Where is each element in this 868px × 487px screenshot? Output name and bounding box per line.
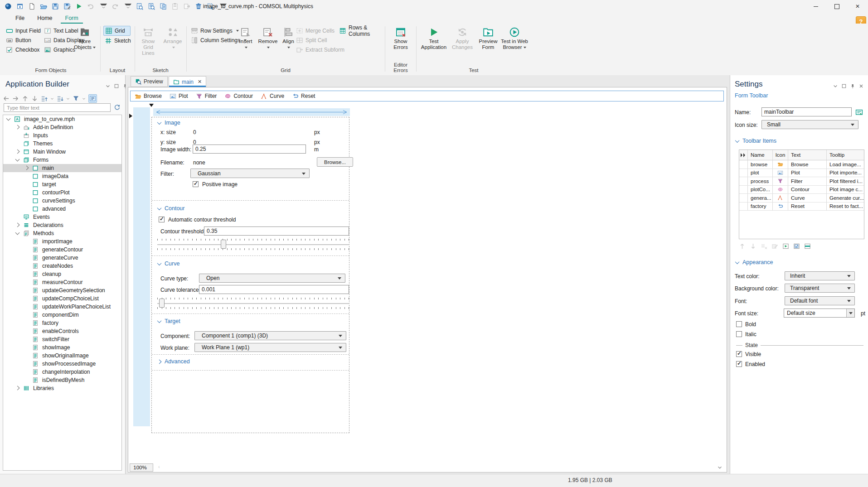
arrange-button[interactable]: Arrange [162,25,183,50]
row-handle[interactable] [739,203,748,211]
section-curve[interactable]: Curve [158,260,179,267]
show-grid-lines-button[interactable]: 1.23Show Grid Lines [137,25,160,56]
italic-checkbox[interactable] [736,331,742,337]
copy-icon[interactable] [160,3,167,10]
tree-item-curveSettings[interactable]: curveSettings [3,197,121,205]
row-handle[interactable] [739,194,748,202]
collapse-all-icon[interactable] [41,95,48,102]
row-handle[interactable] [739,169,748,177]
font-size-combo[interactable]: Default size [784,309,855,318]
row-handle[interactable] [739,186,748,194]
tree-item-measureContour[interactable]: measureContour [3,278,121,286]
tree-item-componentDim[interactable]: componentDim [3,311,121,319]
section-toolbar-items[interactable]: Toolbar Items [736,138,776,144]
item-name-cell[interactable]: browse [748,160,773,169]
item-text-cell[interactable]: Reset [788,203,827,211]
slider-thumb[interactable] [159,299,165,308]
form-toolbar-browse-button[interactable]: Browse [135,93,162,100]
tree-item-Themes[interactable]: Themes [3,140,121,148]
rows-columns-button[interactable]: Rows & Columns [338,26,383,35]
item-name-cell[interactable]: genera... [748,194,773,202]
zoom-level-dropdown[interactable]: 100% [130,463,153,472]
new-file-icon[interactable] [28,3,35,10]
checkbox-button[interactable]: Checkbox [5,45,41,54]
tree-item-updateCompChoiceList[interactable]: updateCompChoiceList [3,294,121,303]
curve-type-dropdown[interactable]: Open [199,274,345,283]
sketch-mode-button[interactable]: Sketch [103,36,130,45]
contour-threshold-slider[interactable] [157,239,349,251]
tree-item-Methods[interactable]: Methods [3,229,121,237]
rename-icon[interactable] [855,108,863,116]
toolbar-item-row[interactable]: plotPlotPlot importe... [739,169,864,178]
caret-down-icon[interactable] [125,4,131,10]
panel-caret-icon[interactable] [833,83,838,89]
row-marker-icon[interactable] [129,114,132,118]
open-file-icon[interactable] [40,3,47,10]
grid-column-width-indicator[interactable] [153,108,350,116]
remove-item-icon[interactable] [761,243,767,250]
tree-item-showProcessedImage[interactable]: showProcessedImage [3,360,121,368]
expand-chevron-icon[interactable] [15,223,20,227]
tab-form[interactable]: Form [61,14,83,24]
toggle-editor-icon[interactable] [88,94,97,103]
nav-forward-icon[interactable] [12,95,19,102]
item-name-cell[interactable]: process [748,177,773,185]
column-header-tooltip[interactable]: Tooltip [827,150,864,160]
expand-all-icon[interactable] [57,95,63,102]
maximize-button[interactable] [826,0,847,13]
panel-pin-icon[interactable] [850,83,855,89]
edit-item-icon[interactable] [771,243,778,250]
tree-item-Libraries[interactable]: Libraries [3,384,121,392]
item-text-cell[interactable]: Browse [788,160,827,169]
tree-item-generateCurve[interactable]: generateCurve [3,254,121,262]
preview-selected-icon[interactable] [136,3,143,10]
caret-down-icon[interactable] [50,97,54,101]
column-header-name[interactable]: Name [748,150,773,160]
tree-item-factory[interactable]: factory [3,319,121,327]
tree-item-Events[interactable]: Events [3,213,121,221]
expand-chevron-icon[interactable] [24,166,29,170]
collapse-chevron-icon[interactable] [6,116,11,121]
move-up-icon[interactable] [739,243,746,250]
remove-button[interactable]: Remove [257,25,279,50]
row-handle[interactable] [739,177,748,185]
item-icon-cell[interactable] [773,169,788,177]
item-text-cell[interactable]: Plot [788,169,827,177]
panel-float-icon[interactable] [114,83,119,89]
component-dropdown[interactable]: Component 1 (comp1) (3D) [194,331,346,340]
curve-tolerance-input[interactable]: 0.001 [199,285,349,294]
bold-checkbox[interactable] [736,321,742,327]
tree-item-Main Window[interactable]: Main Window [3,148,121,156]
tree-item-isDefinedByMesh[interactable]: isDefinedByMesh [3,376,121,384]
section-image[interactable]: Image [158,120,180,126]
toolbar-item-row[interactable]: factoryResetReset to fact... [739,203,864,211]
panel-caret-icon[interactable] [105,83,111,89]
item-tooltip-cell[interactable]: Load image... [827,160,864,169]
add-separator-icon[interactable] [804,243,811,250]
item-name-cell[interactable]: factory [748,203,773,211]
preview-all-icon[interactable] [148,3,155,10]
item-icon-cell[interactable] [773,194,788,202]
icon-size-dropdown[interactable]: Small [761,120,858,129]
tree-item-Declarations[interactable]: Declarations [3,221,121,229]
item-name-cell[interactable]: plotCo... [748,186,773,194]
run-icon[interactable] [75,3,82,10]
filter-funnel-icon[interactable] [73,95,79,102]
comsol-logo-icon[interactable] [5,3,12,10]
form-toolbar-reset-button[interactable]: Reset [292,93,315,100]
form-grid-cell[interactable]: Image x: size 0 px y: size 0 px Image wi… [151,117,349,433]
auto-threshold-checkbox[interactable] [159,217,165,222]
section-contour[interactable]: Contour [158,205,184,212]
item-icon-cell[interactable] [773,160,788,169]
item-tooltip-cell[interactable]: Reset to fact... [827,203,864,211]
tree-item-enableControls[interactable]: enableControls [3,327,121,335]
apply-changes-button[interactable]: Apply Changes [450,25,475,50]
grid-row-handle[interactable] [133,107,150,426]
tree-item-main[interactable]: main [3,164,121,172]
form-toolbar-plot-button[interactable]: Plot [170,93,188,100]
tree-item-contourPlot[interactable]: contourPlot [3,188,121,197]
duplicate-icon[interactable] [183,3,190,10]
add-button-icon[interactable] [782,243,789,250]
merge-cells-button[interactable]: Merge Cells [295,26,336,35]
toolbar-item-row[interactable]: browseBrowseLoad image... [739,160,864,169]
